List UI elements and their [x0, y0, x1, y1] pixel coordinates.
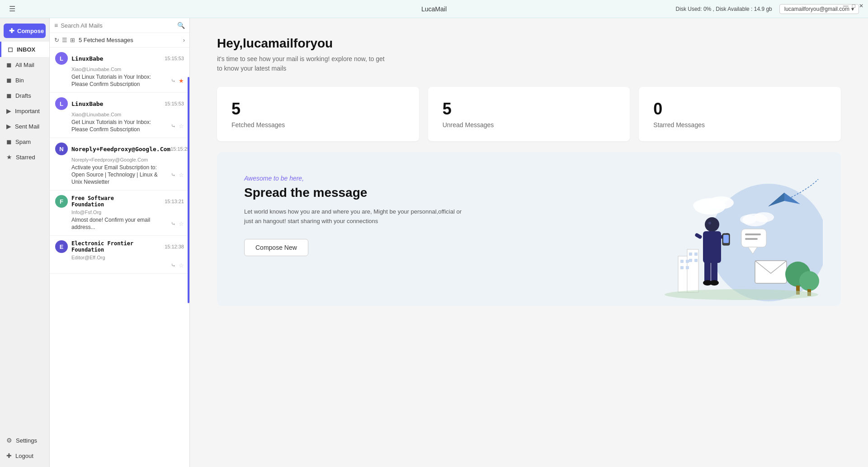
- sender-name: Free SoftwareFoundation: [71, 195, 114, 208]
- sidebar-compose-button[interactable]: ✚ Compose: [4, 24, 46, 38]
- svg-rect-26: [687, 249, 698, 292]
- hamburger-icon[interactable]: ☰: [9, 5, 15, 13]
- avatar: L: [55, 52, 68, 65]
- mail-time: 15:13:21: [165, 199, 184, 204]
- svg-point-6: [740, 215, 756, 224]
- avatar: E: [55, 240, 68, 253]
- filter-icon[interactable]: ≡: [54, 22, 58, 29]
- search-input[interactable]: [61, 22, 175, 29]
- grid-icon[interactable]: ⊞: [70, 37, 75, 43]
- sidebar-item-important[interactable]: ▶ Important: [0, 103, 49, 119]
- stat-label: Fetched Messages: [231, 121, 405, 129]
- mail-list: L LinuxBabe 15:15:53 Xiao@Linuxbabe.Com …: [50, 48, 189, 467]
- important-icon: ▶: [6, 107, 11, 114]
- mail-actions: Get Linux Tutorials in Your Inbox: Pleas…: [71, 119, 184, 133]
- sidebar-item-sentmail[interactable]: ▶ Sent Mail: [0, 119, 49, 134]
- minimize-btn[interactable]: —: [843, 3, 849, 9]
- header-right: Disk Used: 0% , Disk Available : 14.9 gb…: [676, 4, 859, 14]
- search-icon[interactable]: 🔍: [177, 22, 185, 29]
- list-item[interactable]: E Electronic FrontierFoundation 15:12:38…: [50, 236, 189, 274]
- close-btn[interactable]: ✕: [859, 3, 863, 9]
- star-icon[interactable]: ☆: [179, 172, 184, 178]
- maximize-btn[interactable]: □: [852, 3, 855, 9]
- fetch-bar: ↻ ☰ ⊞ 5 Fetched Messages ›: [50, 33, 189, 48]
- app-body: ✚ Compose ◻ INBOX ◼ All Mail ◼ Bin ◼ Dra…: [0, 18, 868, 467]
- sidebar-item-allmail[interactable]: ◼ All Mail: [0, 57, 49, 72]
- star-icon[interactable]: ☆: [179, 123, 184, 129]
- reply-icon[interactable]: ⤷: [171, 172, 176, 178]
- stats-row: 5 Fetched Messages 5 Unread Messages 0 S…: [217, 87, 841, 141]
- list-item[interactable]: N Noreply+Feedproxy@Google.Com 15:15:25 …: [50, 138, 189, 191]
- window-controls: — □ ✕: [843, 3, 863, 9]
- scroll-indicator: [188, 77, 189, 303]
- mail-from: Noreply+Feedproxy@Google.Com: [71, 157, 184, 162]
- sender-name: Noreply+Feedproxy@Google.Com: [71, 146, 170, 152]
- stat-number: 5: [231, 100, 405, 119]
- search-bar: ≡ 🔍: [50, 18, 189, 33]
- logout-label: Logout: [15, 453, 33, 459]
- star-icon[interactable]: ☆: [179, 220, 184, 227]
- reply-icon[interactable]: ⤷: [171, 220, 176, 227]
- sidebar-item-label: Starred: [16, 154, 35, 161]
- reply-icon[interactable]: ⤷: [171, 123, 176, 129]
- app-header: ☰ LucaMail Disk Used: 0% , Disk Availabl…: [0, 0, 868, 18]
- drafts-icon: ◼: [6, 92, 12, 99]
- avatar: N: [55, 143, 68, 155]
- fetch-chevron-icon[interactable]: ›: [183, 37, 185, 43]
- mail-actions: Activate your Email Subscription to: Ope…: [71, 164, 184, 186]
- sidebar-item-bin[interactable]: ◼ Bin: [0, 72, 49, 88]
- sidebar-item-label: Spam: [15, 138, 31, 145]
- svg-rect-32: [694, 253, 698, 256]
- list-item[interactable]: F Free SoftwareFoundation 15:13:21 Info@…: [50, 191, 189, 236]
- compose-label: Compose: [17, 28, 44, 34]
- mail-from: Info@Fsf.Org: [71, 210, 184, 215]
- refresh-icon[interactable]: ↻: [54, 37, 59, 43]
- promo-title: Spread the message: [244, 186, 470, 200]
- stat-label: Starred Messages: [653, 121, 826, 129]
- sidebar-item-spam[interactable]: ◼ Spam: [0, 134, 49, 149]
- mail-time: 15:15:25: [170, 146, 189, 152]
- svg-rect-28: [686, 260, 689, 263]
- mail-from: Editor@Eff.Org: [71, 255, 184, 260]
- sidebar-item-drafts[interactable]: ◼ Drafts: [0, 88, 49, 103]
- promo-card: Awesome to be here, Spread the message L…: [217, 152, 841, 306]
- app-title: LucaMail: [421, 5, 447, 13]
- list-item[interactable]: L LinuxBabe 15:15:53 Xiao@Linuxbabe.Com …: [50, 48, 189, 93]
- svg-rect-30: [686, 266, 689, 269]
- svg-rect-27: [680, 260, 684, 263]
- stat-number: 0: [653, 100, 826, 119]
- sidebar-item-label: Bin: [15, 77, 24, 84]
- mail-time: 15:15:53: [165, 56, 184, 61]
- svg-rect-33: [689, 259, 692, 262]
- sidebar-item-inbox[interactable]: ◻ INBOX: [0, 42, 49, 57]
- sidebar-item-logout[interactable]: ✚ Logout: [0, 448, 49, 463]
- svg-rect-16: [703, 231, 721, 263]
- star-icon[interactable]: ★: [179, 77, 184, 84]
- compose-new-button[interactable]: Compose New: [244, 239, 308, 256]
- compose-icon: ✚: [9, 27, 14, 34]
- bin-icon: ◼: [6, 76, 12, 84]
- reply-icon[interactable]: ⤷: [171, 262, 176, 269]
- sidebar-item-starred[interactable]: ★ Starred: [0, 149, 49, 165]
- sidebar: ✚ Compose ◻ INBOX ◼ All Mail ◼ Bin ◼ Dra…: [0, 18, 50, 467]
- svg-point-3: [693, 200, 713, 211]
- svg-rect-31: [689, 253, 692, 256]
- stat-card-fetched: 5 Fetched Messages: [217, 87, 419, 141]
- list-item[interactable]: L LinuxBabe 15:15:53 Xiao@Linuxbabe.Com …: [50, 93, 189, 138]
- svg-rect-13: [745, 238, 758, 240]
- sidebar-item-settings[interactable]: ⚙ Settings: [0, 433, 49, 448]
- star-icon[interactable]: ☆: [179, 262, 184, 269]
- svg-rect-24: [723, 235, 729, 243]
- stat-number: 5: [443, 100, 616, 119]
- mail-time: 15:15:53: [165, 101, 184, 106]
- list-icon[interactable]: ☰: [62, 37, 67, 43]
- starred-icon: ★: [6, 153, 12, 161]
- svg-point-37: [799, 271, 819, 291]
- svg-point-20: [710, 280, 719, 286]
- sender-name: LinuxBabe: [71, 100, 103, 107]
- mail-actions: Almost done! Confirm your email address.…: [71, 217, 184, 231]
- fetch-icons: ↻ ☰ ⊞: [54, 37, 75, 43]
- sidebar-item-label: Sent Mail: [15, 123, 39, 130]
- spam-icon: ◼: [6, 138, 12, 145]
- reply-icon[interactable]: ⤷: [171, 77, 176, 84]
